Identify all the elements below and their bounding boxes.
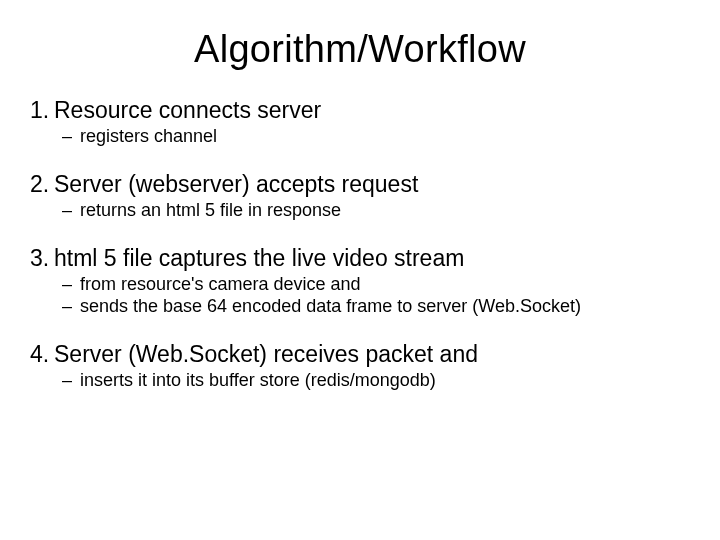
step-text: Resource connects server (54, 97, 321, 123)
step-1: 1.Resource connects server –registers ch… (30, 97, 690, 147)
step-main: 1.Resource connects server (30, 97, 690, 124)
step-4: 4.Server (Web.Socket) receives packet an… (30, 341, 690, 391)
step-number: 3. (30, 245, 54, 272)
step-number: 4. (30, 341, 54, 368)
sub-item: –returns an html 5 file in response (30, 200, 690, 221)
step-number: 2. (30, 171, 54, 198)
slide-title: Algorithm/Workflow (30, 28, 690, 71)
sub-text: from resource's camera device and (80, 274, 361, 294)
sub-item: –registers channel (30, 126, 690, 147)
step-3: 3.html 5 file captures the live video st… (30, 245, 690, 317)
step-text: Server (Web.Socket) receives packet and (54, 341, 478, 367)
step-number: 1. (30, 97, 54, 124)
step-main: 3.html 5 file captures the live video st… (30, 245, 690, 272)
step-text: Server (webserver) accepts request (54, 171, 418, 197)
dash-icon: – (62, 126, 80, 147)
sub-item: –sends the base 64 encoded data frame to… (30, 296, 690, 317)
dash-icon: – (62, 296, 80, 317)
sub-text: returns an html 5 file in response (80, 200, 341, 220)
dash-icon: – (62, 200, 80, 221)
step-main: 2.Server (webserver) accepts request (30, 171, 690, 198)
dash-icon: – (62, 274, 80, 295)
step-text: html 5 file captures the live video stre… (54, 245, 464, 271)
step-main: 4.Server (Web.Socket) receives packet an… (30, 341, 690, 368)
sub-item: –inserts it into its buffer store (redis… (30, 370, 690, 391)
sub-text: sends the base 64 encoded data frame to … (80, 296, 581, 316)
dash-icon: – (62, 370, 80, 391)
sub-item: –from resource's camera device and (30, 274, 690, 295)
sub-text: registers channel (80, 126, 217, 146)
sub-text: inserts it into its buffer store (redis/… (80, 370, 436, 390)
step-2: 2.Server (webserver) accepts request –re… (30, 171, 690, 221)
